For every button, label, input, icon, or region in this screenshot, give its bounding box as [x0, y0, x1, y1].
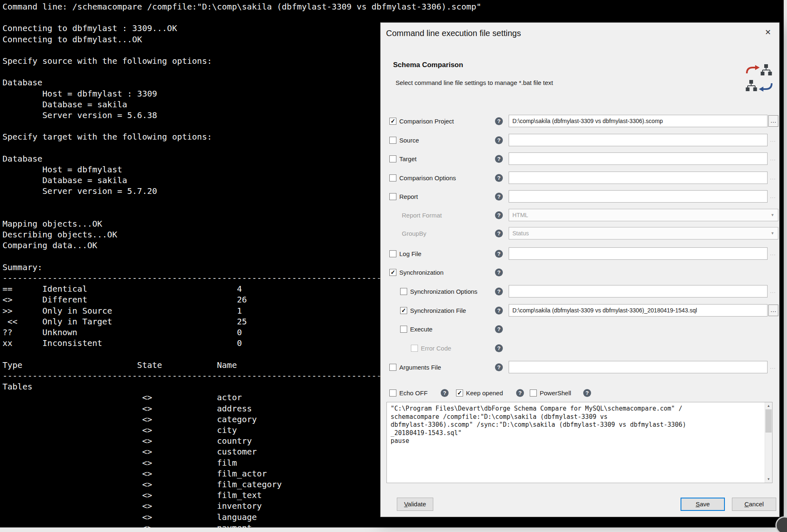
save-button[interactable]: Save	[681, 498, 725, 511]
browse-button[interactable]: …	[768, 305, 778, 316]
browse-dots-icon: …	[770, 174, 776, 181]
synchronization-options-label: Synchronization Options	[410, 288, 478, 295]
browse-dots-icon: …	[770, 155, 776, 162]
groupby-value: Status	[512, 230, 529, 237]
help-icon[interactable]: ?	[495, 344, 503, 352]
chevron-down-icon: ▼	[768, 227, 777, 239]
row-source: Source ? …	[381, 134, 780, 147]
help-icon[interactable]: ?	[495, 230, 503, 237]
echo-off-label: Echo OFF	[399, 389, 427, 397]
row-report: Report ? …	[381, 190, 780, 203]
comparison-options-label: Comparison Options	[399, 174, 456, 181]
row-arguments-file: Arguments File ? …	[381, 361, 780, 374]
report-label: Report	[399, 193, 418, 200]
help-icon[interactable]: ?	[495, 193, 503, 201]
validate-button[interactable]: Validate	[397, 498, 433, 511]
comparison-project-checkbox[interactable]	[389, 118, 396, 125]
row-execute: Execute ?	[381, 323, 780, 336]
help-icon[interactable]: ?	[495, 268, 503, 276]
help-icon[interactable]: ?	[495, 307, 503, 314]
command-line-settings-dialog: Command line execution file settings ✕ S…	[380, 22, 780, 517]
row-log-file: Log File ? …	[381, 247, 780, 261]
browse-dots-icon: …	[770, 249, 776, 256]
error-code-label: Error Code	[421, 345, 451, 352]
help-icon[interactable]: ?	[441, 389, 449, 397]
scroll-down-icon[interactable]: ▼	[765, 476, 772, 483]
scroll-thumb[interactable]	[765, 409, 772, 433]
report-input[interactable]	[509, 190, 768, 203]
row-synchronization-file: Synchronization File ? …	[381, 304, 780, 317]
browse-button[interactable]: …	[768, 115, 778, 127]
error-code-checkbox[interactable]	[411, 345, 418, 352]
row-bat-options: Echo OFF ? Keep opened ? PowerShell ?	[381, 387, 780, 400]
scrollbar[interactable]: ▲ ▼	[765, 402, 772, 483]
powershell-checkbox[interactable]	[530, 389, 537, 397]
row-synchronization: Synchronization ?	[381, 266, 780, 279]
groupby-label: GroupBy	[402, 230, 426, 237]
help-icon[interactable]: ?	[495, 174, 503, 182]
chevron-down-icon: ▼	[768, 209, 777, 221]
bat-file-preview[interactable]: "C:\Program Files\Devart\dbForge Schema …	[386, 402, 773, 483]
row-groupby: GroupBy ? Status ▼	[381, 227, 780, 240]
report-format-value: HTML	[512, 212, 528, 218]
comparison-project-label: Comparison Project	[399, 118, 454, 125]
target-input[interactable]	[509, 152, 768, 165]
close-icon[interactable]: ✕	[763, 27, 773, 38]
help-icon[interactable]: ?	[495, 155, 503, 163]
target-checkbox[interactable]	[389, 155, 396, 162]
help-icon[interactable]: ?	[495, 250, 503, 258]
bat-file-text[interactable]: "C:\Program Files\Devart\dbForge Schema …	[387, 402, 772, 448]
scroll-up-icon[interactable]: ▲	[765, 402, 772, 409]
arguments-file-input[interactable]	[509, 361, 768, 373]
echo-off-checkbox[interactable]	[389, 389, 396, 397]
browse-dots-icon: …	[770, 287, 776, 294]
help-icon[interactable]: ?	[495, 117, 503, 125]
keep-opened-checkbox[interactable]	[456, 389, 463, 397]
row-error-code: Error Code ?	[381, 342, 780, 355]
synchronization-options-checkbox[interactable]	[400, 288, 407, 295]
comparison-options-checkbox[interactable]	[389, 174, 396, 181]
row-comparison-options: Comparison Options ? …	[381, 172, 780, 185]
browse-dots-icon: …	[770, 192, 776, 199]
log-file-label: Log File	[399, 250, 421, 257]
help-icon[interactable]: ?	[495, 325, 503, 333]
help-icon[interactable]: ?	[495, 288, 503, 295]
source-input[interactable]	[509, 134, 768, 146]
powershell-label: PowerShell	[540, 389, 571, 397]
synchronization-file-input[interactable]	[509, 304, 768, 317]
report-checkbox[interactable]	[389, 193, 396, 200]
arguments-file-checkbox[interactable]	[389, 364, 396, 371]
comparison-project-input[interactable]	[509, 115, 768, 127]
row-report-format: Report Format ? HTML ▼	[381, 209, 780, 222]
browse-dots-icon: …	[770, 136, 776, 143]
synchronization-file-label: Synchronization File	[410, 307, 466, 314]
help-icon[interactable]: ?	[495, 211, 503, 219]
row-comparison-project: Comparison Project ? …	[381, 115, 780, 128]
help-icon[interactable]: ?	[583, 389, 591, 397]
source-checkbox[interactable]	[389, 137, 396, 144]
help-icon[interactable]: ?	[495, 136, 503, 144]
help-icon[interactable]: ?	[495, 363, 503, 371]
arguments-file-label: Arguments File	[399, 364, 441, 371]
cancel-button[interactable]: Cancel	[732, 498, 776, 511]
synchronization-label: Synchronization	[399, 269, 444, 276]
log-file-checkbox[interactable]	[389, 250, 396, 257]
browse-dots-icon: …	[770, 363, 776, 370]
synchronization-file-checkbox[interactable]	[400, 307, 407, 314]
schema-comparison-subtitle: Select command line file settings to man…	[396, 79, 553, 86]
comparison-options-input[interactable]	[509, 172, 768, 184]
source-label: Source	[399, 137, 419, 144]
help-icon[interactable]: ?	[516, 389, 524, 397]
dialog-title: Command line execution file settings	[386, 29, 521, 38]
execute-label: Execute	[410, 326, 432, 333]
synchronization-options-input[interactable]	[509, 285, 768, 297]
row-synchronization-options: Synchronization Options ? …	[381, 285, 780, 298]
groupby-dropdown[interactable]: Status ▼	[509, 227, 778, 239]
schema-comparison-heading: Schema Comparison	[393, 61, 463, 69]
log-file-input[interactable]	[509, 247, 768, 260]
report-format-dropdown[interactable]: HTML ▼	[509, 209, 778, 221]
screen: Command line: /schemacompare /compfile:"…	[0, 0, 787, 532]
execute-checkbox[interactable]	[400, 326, 407, 333]
row-target: Target ? …	[381, 152, 780, 166]
synchronization-checkbox[interactable]	[389, 269, 396, 276]
